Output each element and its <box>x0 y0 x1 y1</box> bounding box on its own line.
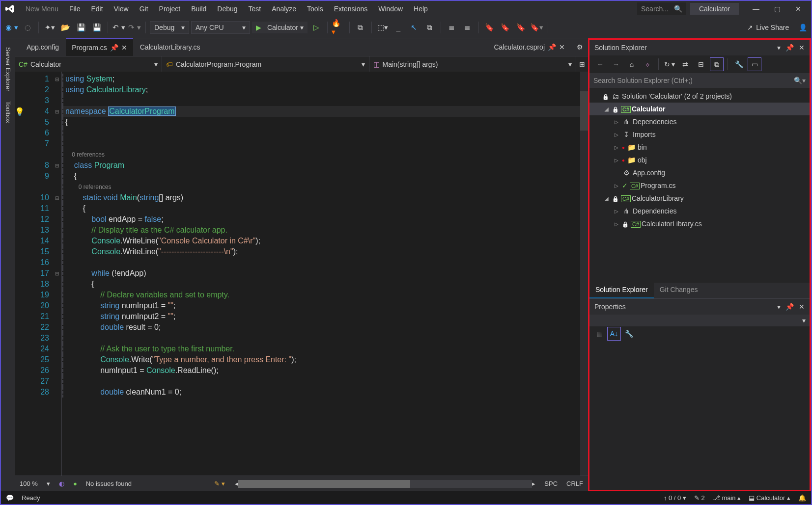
menu-debug[interactable]: Debug <box>212 3 242 15</box>
panel-tab-git-changes[interactable]: Git Changes <box>654 283 704 298</box>
tree-item-app-config[interactable]: ⚙App.config <box>589 166 810 179</box>
live-share-button[interactable]: ↗ Live Share 👤 <box>747 24 807 31</box>
menu-build[interactable]: Build <box>186 3 211 15</box>
maximize-button[interactable]: ▢ <box>774 5 781 13</box>
save-all-button[interactable]: 💾 <box>90 21 104 34</box>
fold-margin[interactable]: ⊟⊟⊟⊟⊟ <box>52 72 62 476</box>
menu-window[interactable]: Window <box>373 3 408 15</box>
horizontal-scroll-thumb[interactable] <box>238 480 410 488</box>
launch-profile-label[interactable]: Calculator <box>690 3 739 15</box>
se-show-all-files[interactable]: ⧉ <box>710 57 724 71</box>
start-without-debug-button[interactable]: ▷ <box>309 21 323 34</box>
forward-button[interactable]: ◌ <box>21 21 34 34</box>
pane-menu-icon[interactable]: ▾ <box>777 303 781 311</box>
tree-item-bin[interactable]: ▷●📁bin <box>589 141 810 154</box>
back-button[interactable]: ◉ ▾ <box>5 21 19 34</box>
close-tab-icon[interactable]: ✕ <box>121 44 127 52</box>
error-count[interactable]: ↑ 0 / 0 ▾ <box>664 494 686 502</box>
changes-count[interactable]: ✎ 2 <box>694 494 705 502</box>
nav-class[interactable]: 🏷CalculatorProgram.Program▾ <box>162 56 369 72</box>
tb-icon-1[interactable]: ⧉ <box>354 21 367 34</box>
nav-scope[interactable]: C#Calculator▾ <box>15 56 162 72</box>
se-switch-views[interactable]: ⟐ <box>641 57 654 71</box>
tree-item-dependencies[interactable]: ▷⋔Dependencies <box>589 205 810 217</box>
panel-tab-solution-explorer[interactable]: Solution Explorer <box>589 283 654 298</box>
pin-icon[interactable]: 📌 <box>110 44 118 52</box>
se-forward[interactable]: → <box>609 57 623 71</box>
menu-new-menu[interactable]: New Menu <box>21 3 63 15</box>
current-project[interactable]: ⬓ Calculator ▴ <box>749 494 790 502</box>
tab-program-cs[interactable]: Program.cs📌✕ <box>66 38 133 56</box>
se-refresh[interactable]: ↻ ▾ <box>663 57 676 71</box>
tb-icon-3[interactable]: _ <box>392 21 405 34</box>
properties-icon[interactable]: 🔧 <box>732 57 746 71</box>
solution-tree[interactable]: 🗂Solution 'Calculator' (2 of 2 projects)… <box>589 88 810 283</box>
properties-grid[interactable] <box>589 341 810 490</box>
tab-csproj[interactable]: Calculator.csproj 📌 ✕ <box>488 38 571 56</box>
tb-icon-2[interactable]: ⬚▾ <box>376 21 390 34</box>
branch-indicator[interactable]: ⎇ main ▴ <box>713 494 741 502</box>
close-pane-icon[interactable]: ✕ <box>799 44 805 52</box>
close-pane-icon[interactable]: ✕ <box>799 303 805 311</box>
undo-button[interactable]: ↶ ▾ <box>112 21 126 34</box>
brush-icon[interactable]: ✎ ▾ <box>214 480 225 487</box>
code-editor[interactable]: 💡 12345678910111213141516171819202122232… <box>15 72 588 476</box>
tree-item-program-cs[interactable]: ▷✓C#Program.cs <box>589 179 810 192</box>
scroll-thumb[interactable] <box>580 91 588 131</box>
lightbulb-icon[interactable]: ◐ <box>59 480 64 487</box>
properties-wrench-icon[interactable]: 🔧 <box>622 327 636 341</box>
home-icon[interactable]: ⌂ <box>625 57 639 71</box>
config-selector[interactable]: Debug▾ <box>150 21 189 34</box>
menu-file[interactable]: File <box>64 3 85 15</box>
sidebar-toolbox[interactable]: Toolbox <box>2 96 14 128</box>
indent-mode[interactable]: SPC <box>544 480 558 487</box>
menu-test[interactable]: Test <box>244 3 266 15</box>
tree-item-dependencies[interactable]: ▷⋔Dependencies <box>589 115 810 128</box>
categorized-icon[interactable]: ▦ <box>592 327 606 341</box>
vertical-scrollbar[interactable] <box>580 72 588 476</box>
tree-item-obj[interactable]: ▷●📁obj <box>589 154 810 166</box>
tree-item-calculatorlibrary[interactable]: ◢C#CalculatorLibrary <box>589 192 810 205</box>
titlebar-search-box[interactable]: Search... 🔍 <box>637 2 686 15</box>
redo-button[interactable]: ↷ ▾ <box>128 21 141 34</box>
pane-menu-icon[interactable]: ▾ <box>777 44 781 52</box>
menu-extensions[interactable]: Extensions <box>329 3 372 15</box>
menu-tools[interactable]: Tools <box>302 3 328 15</box>
tab-settings-icon[interactable]: ⚙ <box>572 43 588 51</box>
solution-search-box[interactable]: Search Solution Explorer (Ctrl+;) 🔍▾ <box>589 73 810 88</box>
menu-git[interactable]: Git <box>135 3 153 15</box>
outdent-button[interactable]: ≣ <box>445 21 459 34</box>
menu-project[interactable]: Project <box>154 3 186 15</box>
bookmark-prev[interactable]: 🔖 <box>499 21 512 34</box>
tree-item-calculator[interactable]: ◢C#Calculator <box>589 103 810 115</box>
feedback-icon[interactable]: 💬 <box>6 494 14 502</box>
bookmark-clear[interactable]: 🔖▾ <box>530 21 544 34</box>
sidebar-server-explorer[interactable]: Server Explorer <box>2 42 14 96</box>
indent-button[interactable]: ≣ <box>461 21 475 34</box>
properties-selector[interactable]: ▾ <box>589 315 810 326</box>
horizontal-scrollbar[interactable] <box>238 480 532 488</box>
se-collapse[interactable]: ⊟ <box>694 57 708 71</box>
menu-analyze[interactable]: Analyze <box>267 3 301 15</box>
menu-edit[interactable]: Edit <box>86 3 108 15</box>
se-sync[interactable]: ⇄ <box>678 57 692 71</box>
minimize-button[interactable]: — <box>753 5 759 13</box>
se-preview[interactable]: ▭ <box>748 57 761 71</box>
tab-calculatorlibrary-cs[interactable]: CalculatorLibrary.cs <box>134 38 206 56</box>
tree-item-imports[interactable]: ▷↧Imports <box>589 128 810 141</box>
issues-status[interactable]: No issues found <box>86 480 132 487</box>
start-button[interactable]: ▶ Calculator ▾ <box>252 22 308 33</box>
platform-selector[interactable]: Any CPU▾ <box>191 21 250 34</box>
new-project-button[interactable]: ✦▾ <box>43 21 56 34</box>
tree-item-calculatorlibrary-cs[interactable]: ▷C#CalculatorLibrary.cs <box>589 217 810 230</box>
se-back[interactable]: ← <box>593 57 607 71</box>
split-editor-button[interactable]: ⊞ <box>576 60 588 68</box>
open-button[interactable]: 📂 <box>58 21 72 34</box>
close-button[interactable]: ✕ <box>795 5 801 13</box>
account-icon[interactable]: 👤 <box>799 24 807 31</box>
hot-reload-button[interactable]: 🔥 ▾ <box>332 21 345 34</box>
tb-icon-4[interactable]: ⧉ <box>423 21 437 34</box>
cursor-icon[interactable]: ↖ <box>407 21 421 34</box>
tab-app-config[interactable]: App.config <box>21 38 65 56</box>
eol-mode[interactable]: CRLF <box>566 480 583 487</box>
